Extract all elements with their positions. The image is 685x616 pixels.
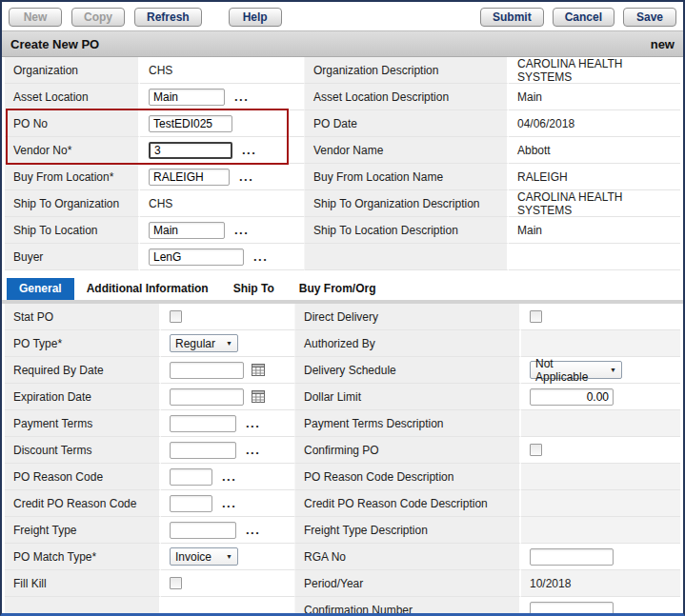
cancel-button[interactable]: Cancel	[553, 8, 614, 27]
payment-terms-description-label: Payment Terms Description	[304, 417, 444, 430]
field-row-fill-kill: Fill KillPeriod/Year10/2018	[5, 570, 680, 597]
po-match-type-label: PO Match Type*	[13, 550, 96, 564]
organization-value: CHS	[149, 64, 172, 77]
freight-type-input[interactable]	[170, 522, 236, 539]
vendor-no-input[interactable]	[149, 142, 232, 159]
help-button[interactable]: Help	[229, 8, 282, 27]
tab-general[interactable]: General	[7, 278, 74, 300]
save-button[interactable]: Save	[623, 8, 676, 27]
po-type-control: Regular▼	[170, 334, 238, 352]
asset-location-description-label-cell: Asset Location Description	[304, 84, 509, 110]
required-by-date-calendar-icon[interactable]	[252, 364, 265, 376]
ship-to-location-description-label: Ship To Location Description	[313, 224, 458, 237]
po-reason-code-input[interactable]	[170, 468, 212, 486]
po-no-input[interactable]	[149, 115, 232, 132]
ship-to-location-label-cell: Ship To Location	[5, 217, 140, 244]
blank-label-cell	[304, 244, 509, 270]
po-type-dropdown-arrow-icon: ▼	[226, 340, 232, 347]
dollar-limit-label: Dollar Limit	[304, 390, 361, 404]
asset-location-lookup-ellipsis-icon[interactable]: ...	[234, 94, 249, 100]
refresh-button[interactable]: Refresh	[134, 8, 202, 27]
ship-to-organization-value: CHS	[149, 197, 172, 210]
stat-po-checkbox[interactable]	[170, 310, 182, 323]
po-header-grid: OrganizationCHSOrganization DescriptionC…	[5, 57, 680, 270]
buy-from-location-control: ...	[149, 169, 253, 186]
ship-to-organization-description-control: CAROLINA HEALTH SYSTEMS	[517, 190, 672, 217]
confirming-po-checkbox[interactable]	[530, 444, 542, 456]
buy-from-location-input[interactable]	[149, 169, 230, 186]
fill-kill-checkbox[interactable]	[170, 577, 182, 589]
toolbar-left-group: New Copy Refresh Help	[9, 8, 292, 27]
fill-kill-label-cell: Fill Kill	[5, 570, 161, 597]
buyer-input[interactable]	[149, 248, 244, 266]
freight-type-label-cell: Freight Type	[5, 517, 161, 544]
expiration-date-value-cell	[161, 384, 294, 410]
po-type-select[interactable]: Regular▼	[170, 334, 238, 352]
rga-no-input[interactable]	[530, 548, 614, 566]
expiration-date-input[interactable]	[170, 388, 244, 406]
vendor-no-lookup-ellipsis-icon[interactable]: ...	[242, 148, 256, 153]
credit-po-reason-code-control: ...	[170, 495, 236, 512]
po-match-type-value-cell: Invoice▼	[161, 544, 294, 570]
tab-additional-information[interactable]: Additional Information	[74, 278, 221, 300]
credit-po-reason-code-input[interactable]	[170, 495, 212, 512]
vendor-name-label: Vendor Name	[313, 144, 383, 157]
buy-from-location-label-cell: Buy From Location*	[5, 164, 140, 190]
submit-button[interactable]: Submit	[480, 8, 544, 27]
asset-location-description-label: Asset Location Description	[313, 90, 449, 104]
buyer-value-cell: ...	[140, 244, 304, 270]
dollar-limit-input[interactable]	[530, 388, 614, 406]
organization-description-value: CAROLINA HEALTH SYSTEMS	[517, 57, 672, 84]
ship-to-location-input[interactable]	[149, 222, 225, 239]
fill-kill-label: Fill Kill	[13, 577, 47, 590]
delivery-schedule-select[interactable]: Not Applicable▼	[530, 361, 622, 379]
payment-terms-lookup-ellipsis-icon[interactable]: ...	[246, 421, 260, 427]
discount-terms-input[interactable]	[170, 442, 236, 459]
expiration-date-calendar-icon[interactable]	[252, 390, 265, 403]
confirmation-number-input[interactable]	[530, 602, 614, 616]
ship-to-location-lookup-ellipsis-icon[interactable]: ...	[234, 228, 249, 233]
direct-delivery-checkbox[interactable]	[530, 310, 542, 323]
blank-value-cell	[161, 597, 294, 616]
discount-terms-control: ...	[170, 442, 260, 459]
po-date-control: 04/06/2018	[517, 117, 574, 130]
tab-buy-from-org[interactable]: Buy From/Org	[287, 278, 389, 300]
freight-type-description-label-cell: Freight Type Description	[294, 517, 521, 544]
ship-to-organization-control: CHS	[149, 197, 172, 210]
expiration-date-label: Expiration Date	[13, 390, 91, 404]
field-row-po-no: PO NoPO Date04/06/2018	[5, 110, 680, 137]
record-mode-badge: new	[651, 37, 675, 51]
buy-from-location-label: Buy From Location*	[13, 170, 113, 184]
expiration-date-control	[170, 388, 265, 406]
create-po-window: New Copy Refresh Help Submit Cancel Save…	[0, 0, 685, 616]
stat-po-label-cell: Stat PO	[5, 304, 161, 330]
asset-location-input[interactable]	[149, 89, 225, 106]
credit-po-reason-code-lookup-ellipsis-icon[interactable]: ...	[222, 501, 236, 507]
confirmation-number-label: Confirmation Number	[304, 604, 413, 616]
po-match-type-select[interactable]: Invoice▼	[170, 547, 238, 566]
payment-terms-input[interactable]	[170, 415, 236, 432]
delivery-schedule-selected-option: Not Applicable	[535, 357, 602, 384]
field-row-required-by-date: Required By DateDelivery ScheduleNot App…	[5, 357, 680, 384]
page-title: Create New PO	[10, 37, 99, 51]
field-row-buyer: Buyer...	[5, 244, 680, 270]
confirming-po-label: Confirming PO	[304, 444, 379, 457]
po-no-label: PO No	[13, 117, 48, 130]
buy-from-location-name-value-cell: RALEIGH	[509, 164, 680, 190]
buy-from-location-name-control: RALEIGH	[517, 170, 568, 184]
asset-location-label: Asset Location	[13, 90, 89, 104]
po-reason-code-control: ...	[170, 468, 236, 486]
po-general-grid: Stat PODirect DeliveryPO Type*Regular▼Au…	[5, 304, 680, 616]
po-reason-code-lookup-ellipsis-icon[interactable]: ...	[222, 474, 236, 480]
credit-po-reason-code-description-label: Credit PO Reason Code Description	[304, 497, 488, 510]
ship-to-organization-description-value: CAROLINA HEALTH SYSTEMS	[517, 190, 672, 217]
freight-type-lookup-ellipsis-icon[interactable]: ...	[246, 527, 260, 533]
required-by-date-input[interactable]	[170, 362, 244, 379]
buyer-lookup-ellipsis-icon[interactable]: ...	[253, 254, 268, 260]
discount-terms-lookup-ellipsis-icon[interactable]: ...	[246, 447, 260, 453]
tab-ship-to[interactable]: Ship To	[221, 278, 287, 300]
dollar-limit-label-cell: Dollar Limit	[294, 384, 521, 410]
credit-po-reason-code-label-cell: Credit PO Reason Code	[5, 490, 161, 517]
vendor-name-value-cell: Abbott	[509, 137, 680, 164]
buy-from-location-lookup-ellipsis-icon[interactable]: ...	[239, 174, 253, 180]
